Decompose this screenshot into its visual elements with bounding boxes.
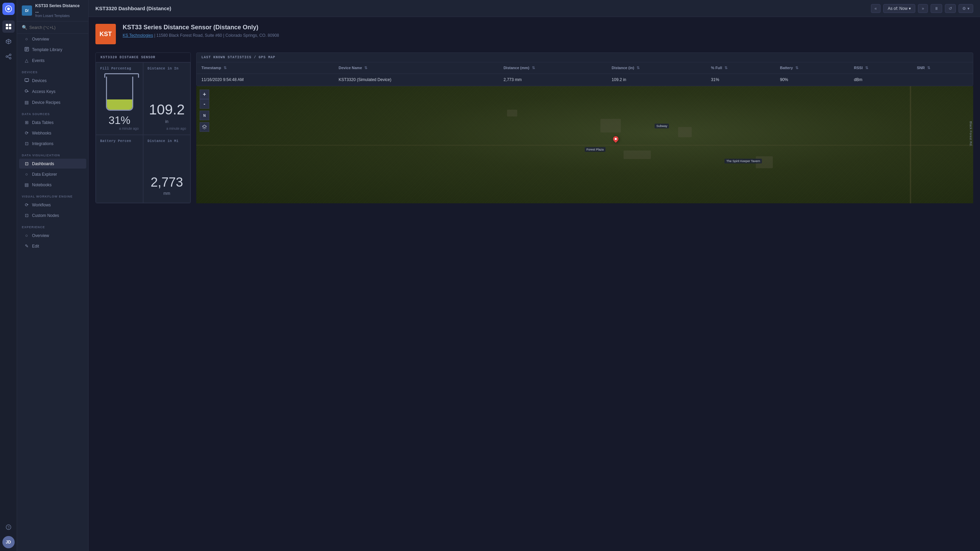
sidebar-item-data-explorer[interactable]: ○ Data Explorer	[19, 169, 86, 179]
svg-point-20	[25, 90, 27, 92]
map-container: Subway Forest Plaza The Spirit Keeper Ta…	[196, 86, 973, 203]
user-avatar[interactable]: JD	[2, 536, 15, 548]
sidebar-item-device-recipes[interactable]: ▤ Device Recipes	[19, 97, 86, 107]
svg-text:?: ?	[8, 526, 10, 530]
sidebar-item-access-keys[interactable]: Access Keys	[19, 86, 86, 97]
app-logo-icon[interactable]	[2, 3, 15, 15]
sidebar-item-custom-nodes[interactable]: ⊡ Custom Nodes	[19, 210, 86, 220]
sidebar-icon-cube[interactable]	[2, 35, 15, 48]
layers-button[interactable]	[200, 122, 209, 132]
help-icon[interactable]: ?	[2, 521, 15, 533]
sidebar-item-overview[interactable]: ○ Overview	[19, 34, 86, 44]
sidebar-item-devices[interactable]: Devices	[19, 76, 86, 86]
sidebar-header[interactable]: D/ KST33 Series Distance ... from Losant…	[17, 0, 88, 21]
distance-in-widget: Distance in In 109.2 in a minute ago	[143, 62, 191, 135]
compass-button[interactable]: N	[200, 111, 209, 120]
workflows-icon: ⟳	[24, 202, 29, 207]
sidebar-item-events[interactable]: △ Events	[19, 56, 86, 65]
template-icon	[24, 47, 29, 52]
col-pct-full[interactable]: % Full ⇅	[706, 62, 775, 74]
svg-rect-4	[6, 27, 8, 29]
stats-table-body: 11/16/2020 9:54:48 AM KST3320 (Simulated…	[197, 74, 973, 86]
dashboards-icon: ⊡	[24, 161, 29, 166]
sidebar-item-exp-overview[interactable]: ○ Overview	[19, 230, 86, 240]
distance-in-value: 109.2	[149, 102, 185, 118]
svg-point-8	[9, 57, 11, 59]
zoom-in-button[interactable]: +	[200, 90, 209, 99]
col-distance-in[interactable]: Distance (in) ⇅	[607, 62, 706, 74]
sidebar-item-notebooks-label: Notebooks	[32, 183, 51, 187]
forest-plaza-label: Forest Plaza	[585, 147, 606, 152]
sidebar-item-recipes-label: Device Recipes	[32, 100, 60, 105]
sidebar-item-notebooks[interactable]: ▤ Notebooks	[19, 180, 86, 190]
col-rssi[interactable]: RSSI ⇅	[849, 62, 912, 74]
sort-icon: ⇅	[724, 66, 727, 70]
sidebar-item-integrations-label: Integrations	[32, 141, 54, 146]
right-panel: LAST KNOWN STATISTICS / GPS MAP Timestam…	[196, 52, 973, 203]
data-explorer-icon: ○	[24, 171, 29, 177]
sidebar-search-bar[interactable]: 🔍	[17, 21, 88, 34]
next-button[interactable]: »	[918, 4, 928, 13]
refresh-button[interactable]: ↺	[945, 4, 956, 13]
beaker-fill	[107, 100, 132, 110]
stats-panel: LAST KNOWN STATISTICS / GPS MAP Timestam…	[196, 52, 973, 86]
sidebar-item-overview-label: Overview	[32, 37, 49, 41]
sort-icon: ⇅	[927, 66, 930, 70]
section-label-workflow: VISUAL WORKFLOW ENGINE	[17, 190, 88, 200]
col-timestamp[interactable]: Timestamp ⇅	[197, 62, 334, 74]
sidebar-icon-grid[interactable]	[2, 21, 15, 33]
col-snr[interactable]: SNR ⇅	[912, 62, 973, 74]
webhooks-icon: ⟳	[24, 130, 29, 135]
sidebar-icon-workflow[interactable]	[2, 51, 15, 63]
stats-header-row: Timestamp ⇅ Device Name ⇅ Distance (mm) …	[197, 62, 973, 74]
road-label: Black Forest Rd.	[969, 121, 972, 147]
app-info: KST33 Series Distance Sensor (Distance O…	[123, 24, 279, 38]
app-header: KST KST33 Series Distance Sensor (Distan…	[95, 24, 973, 44]
battery-widget: Battery Percen	[96, 135, 143, 203]
app-address: KS Technologies | 11580 Black Forest Roa…	[123, 33, 279, 38]
svg-rect-3	[9, 24, 11, 26]
distance-mm-title: Distance in Mi	[148, 139, 178, 143]
search-input[interactable]	[29, 25, 83, 30]
widgets-row: Fill Percentag 31% a minute ago Dist	[96, 62, 191, 203]
asof-dropdown-icon: ▾	[909, 6, 911, 11]
sidebar-item-template-library[interactable]: Template Library	[19, 44, 86, 55]
stats-table-head: Timestamp ⇅ Device Name ⇅ Distance (mm) …	[197, 62, 973, 74]
app-logo-text: KST	[100, 31, 112, 38]
settings-button[interactable]: ⚙ ▾	[959, 4, 973, 13]
beaker	[106, 76, 133, 111]
prev-button[interactable]: «	[871, 4, 881, 13]
sidebar-item-exp-edit[interactable]: ✎ Edit	[19, 241, 86, 251]
cell-device-name: KST3320 (Simulated Device)	[334, 74, 499, 86]
sidebar-item-workflows[interactable]: ⟳ Workflows	[19, 200, 86, 210]
recipes-icon: ▤	[24, 100, 29, 105]
distance-in-timestamp: a minute ago	[166, 127, 186, 130]
company-link[interactable]: KS Technologies	[123, 33, 153, 38]
settings-dropdown-icon: ▾	[967, 6, 969, 11]
table-row: 11/16/2020 9:54:48 AM KST3320 (Simulated…	[197, 74, 973, 86]
panels-row: KST3320 DISTANCE SENSOR Fill Percentag 3…	[95, 52, 973, 203]
sidebar-item-data-tables[interactable]: ⊞ Data Tables	[19, 118, 86, 127]
settings-icon: ⚙	[962, 6, 966, 11]
exp-edit-icon: ✎	[24, 243, 29, 249]
col-battery[interactable]: Battery ⇅	[775, 62, 849, 74]
stats-panel-header: LAST KNOWN STATISTICS / GPS MAP	[197, 53, 973, 62]
col-device-name[interactable]: Device Name ⇅	[334, 62, 499, 74]
app-logo: KST	[95, 24, 116, 44]
sidebar-item-exp-overview-label: Overview	[32, 233, 49, 238]
svg-rect-5	[9, 27, 11, 29]
sidebar-item-integrations[interactable]: ⊡ Integrations	[19, 138, 86, 148]
cell-timestamp: 11/16/2020 9:54:48 AM	[197, 74, 334, 86]
sidebar-item-dashboards[interactable]: ⊡ Dashboards	[19, 159, 86, 168]
col-distance-mm[interactable]: Distance (mm) ⇅	[499, 62, 607, 74]
sidebar-item-workflows-label: Workflows	[32, 203, 51, 207]
asof-selector[interactable]: As of: Now ▾	[883, 4, 915, 13]
cell-distance-in: 109.2 in	[607, 74, 706, 86]
left-panel: KST3320 DISTANCE SENSOR Fill Percentag 3…	[95, 52, 191, 203]
events-icon: △	[24, 58, 29, 63]
sidebar-item-webhooks[interactable]: ⟳ Webhooks	[19, 128, 86, 138]
sidebar-item-exp-edit-label: Edit	[32, 244, 39, 249]
zoom-out-button[interactable]: -	[200, 99, 209, 109]
pause-button[interactable]: ⏸	[931, 4, 942, 13]
sidebar-item-events-label: Events	[32, 58, 45, 63]
